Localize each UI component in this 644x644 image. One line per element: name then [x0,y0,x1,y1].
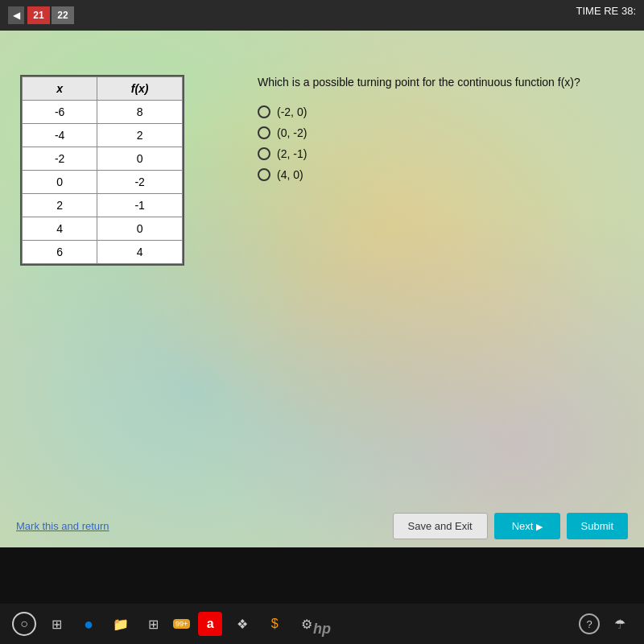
taskbar-edge-icon[interactable]: ● [76,612,101,636]
taskbar-folder-icon[interactable]: 📁 [109,612,133,636]
table-cell-fx: -1 [97,194,183,217]
data-table-container: x f(x) -68-42-200-22-14064 [20,75,184,266]
table-cell-x: 4 [23,217,97,241]
col-header-fx: f(x) [97,77,183,101]
table-cell-fx: -2 [97,171,183,194]
timer-label: TIME RE [576,5,619,17]
taskbar-windows-icon[interactable]: ⊞ [44,612,68,636]
table-cell-fx: 4 [97,241,183,264]
table-cell-x: -4 [23,124,97,147]
radio-circle-0 [258,105,270,118]
table-row: 0-2 [23,171,183,194]
table-cell-x: 0 [23,171,97,194]
taskbar-badge-99[interactable]: 99+ [173,619,190,629]
option-label-1: (0, -2) [277,126,307,139]
table-row: -68 [23,101,183,124]
content-area: x f(x) -68-42-200-22-14064 Which is a po… [0,55,644,547]
table-row: 40 [23,217,183,241]
taskbar-a-icon[interactable]: a [198,612,222,636]
table-row: 2-1 [23,194,183,217]
option-label-0: (-2, 0) [277,105,307,118]
taskbar-grid-icon[interactable]: ⊞ [141,612,165,636]
table-cell-x: -6 [23,101,97,124]
col-header-x: x [23,77,97,101]
save-exit-button[interactable]: Save and Exit [393,513,488,539]
page-num-22[interactable]: 22 [52,6,74,24]
option-2[interactable]: (2, -1) [258,147,628,160]
table-cell-x: 2 [23,194,97,217]
taskbar-help-icon[interactable]: ? [579,613,600,634]
options-container: (-2, 0)(0, -2)(2, -1)(4, 0) [258,105,628,181]
bottom-bar: Mark this and return Save and Exit Next … [0,513,644,539]
taskbar: ○ ⊞ ● 📁 ⊞ 99+ a ❖ $ ⚙ ? ☂ hp [0,604,644,644]
next-button[interactable]: Next [494,513,560,539]
taskbar-dropbox-icon[interactable]: ❖ [230,612,254,636]
function-table: x f(x) -68-42-200-22-14064 [22,76,183,264]
table-cell-x: 6 [23,241,97,264]
question-area: Which is a possible turning point for th… [258,75,628,189]
taskbar-right-icons: ? ☂ [579,612,632,636]
screen: x f(x) -68-42-200-22-14064 Which is a po… [0,24,644,547]
action-buttons: Save and Exit Next Submit [393,513,628,539]
table-cell-fx: 0 [97,147,183,171]
table-row: 64 [23,241,183,264]
mark-return-link[interactable]: Mark this and return [16,520,109,532]
page-num-21[interactable]: 21 [27,6,50,24]
question-text: Which is a possible turning point for th… [258,75,628,91]
top-navigation-bar: ◀ 21 22 TIME RE 38: [0,0,644,31]
taskbar-umbrella-icon[interactable]: ☂ [608,612,632,636]
table-row: -20 [23,147,183,171]
back-arrow[interactable]: ◀ [8,6,24,24]
table-cell-fx: 0 [97,217,183,241]
option-label-2: (2, -1) [277,147,307,160]
table-row: -42 [23,124,183,147]
table-cell-fx: 8 [97,101,183,124]
hp-logo: hp [313,621,331,638]
option-1[interactable]: (0, -2) [258,126,628,139]
submit-button[interactable]: Submit [567,513,628,539]
option-0[interactable]: (-2, 0) [258,105,628,118]
table-cell-x: -2 [23,147,97,171]
radio-circle-2 [258,147,270,160]
taskbar-s-icon[interactable]: $ [262,612,287,636]
taskbar-home-icon[interactable]: ○ [12,612,36,636]
timer-display: TIME RE 38: [576,5,636,17]
table-cell-fx: 2 [97,124,183,147]
option-label-3: (4, 0) [277,168,303,181]
radio-circle-3 [258,168,270,181]
radio-circle-1 [258,126,270,139]
timer-value: 38: [621,5,636,17]
option-3[interactable]: (4, 0) [258,168,628,181]
